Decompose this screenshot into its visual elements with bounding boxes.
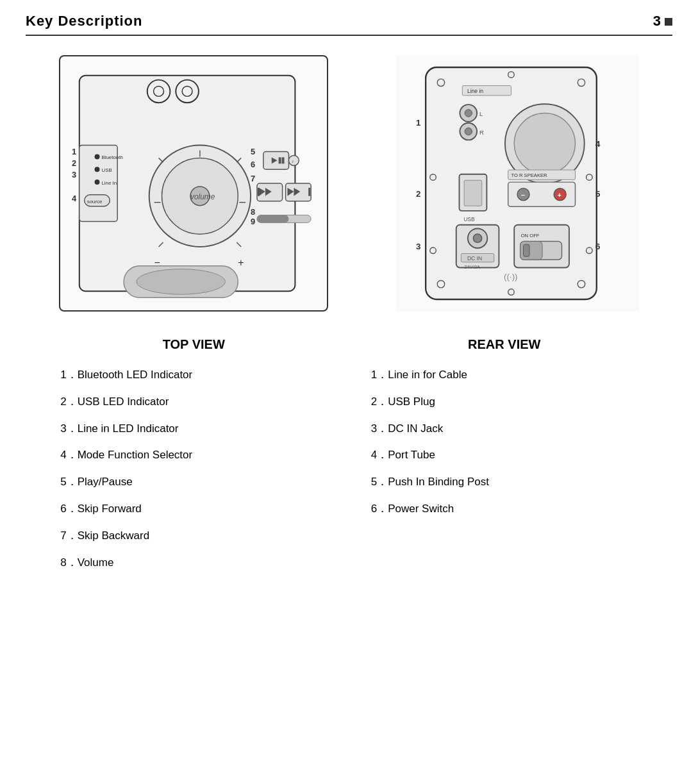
svg-rect-36	[258, 188, 260, 196]
top-view-diagram: Bluetooth USB Line In source volume − +	[59, 55, 328, 312]
svg-text:((·)): ((·))	[504, 272, 517, 281]
svg-text:7: 7	[251, 174, 255, 183]
svg-text:Line In: Line In	[102, 180, 117, 186]
svg-point-8	[95, 167, 100, 172]
svg-text:source: source	[87, 199, 103, 204]
svg-text:R: R	[479, 129, 484, 136]
diagrams-row: Bluetooth USB Line In source volume − +	[26, 55, 672, 312]
top-view-item-8: 8．Volume	[54, 555, 333, 571]
svg-text:+: +	[558, 192, 561, 199]
svg-rect-42	[257, 215, 289, 223]
top-view-labels: TOP VIEW 1．Bluetooth LED Indicator 2．USB…	[54, 337, 333, 581]
rear-view-item-5: 5．Push In Binding Post	[365, 474, 644, 490]
svg-text:−: −	[520, 192, 524, 199]
rear-view-item-6: 6．Power Switch	[365, 501, 644, 517]
svg-text:24V/2A: 24V/2A	[464, 264, 481, 270]
svg-text:ON    OFF: ON OFF	[520, 233, 539, 238]
svg-rect-30	[282, 157, 285, 163]
top-view-svg: Bluetooth USB Line In source volume − +	[60, 56, 327, 310]
rear-view-title: REAR VIEW	[365, 337, 644, 352]
svg-point-10	[95, 179, 100, 185]
rear-view-svg: Line in L R 1 4 USB 2	[395, 55, 639, 312]
page: Key Description 3 Bluetooth USB	[0, 0, 698, 784]
svg-text:1: 1	[416, 118, 421, 128]
top-view-item-3: 3．Line in LED Indicator	[54, 421, 333, 437]
top-view-item-6: 6．Skip Forward	[54, 501, 333, 517]
rear-view-item-2: 2．USB Plug	[365, 394, 644, 410]
page-number: 3	[653, 13, 672, 29]
labels-row: TOP VIEW 1．Bluetooth LED Indicator 2．USB…	[26, 337, 672, 581]
rear-view-item-4: 4．Port Tube	[365, 447, 644, 463]
svg-point-68	[465, 110, 472, 117]
svg-text:2: 2	[416, 189, 420, 199]
rear-view-diagram: Line in L R 1 4 USB 2	[395, 55, 639, 312]
svg-rect-40	[308, 188, 310, 196]
svg-text:Bluetooth: Bluetooth	[102, 154, 123, 160]
svg-text:6: 6	[251, 160, 255, 169]
svg-point-53	[137, 269, 226, 295]
page-title: Key Description	[26, 13, 143, 29]
svg-text:TO R SPEAKER: TO R SPEAKER	[511, 172, 547, 178]
svg-text:USB: USB	[102, 167, 112, 173]
svg-text:8: 8	[251, 208, 255, 217]
svg-text:DC IN: DC IN	[467, 255, 482, 262]
svg-text:5: 5	[251, 147, 255, 156]
svg-text:♪: ♪	[292, 158, 294, 164]
svg-point-70	[465, 128, 472, 135]
rear-view-item-3: 3．DC IN Jack	[365, 421, 644, 437]
svg-text:3: 3	[72, 170, 76, 179]
svg-text:Line in: Line in	[467, 88, 483, 94]
svg-text:volume: volume	[190, 192, 215, 201]
svg-point-6	[95, 154, 100, 159]
top-view-item-5: 5．Play/Pause	[54, 474, 333, 490]
top-view-item-7: 7．Skip Backward	[54, 528, 333, 544]
svg-text:1: 1	[72, 147, 76, 156]
top-view-item-2: 2．USB LED Indicator	[54, 394, 333, 410]
top-view-title: TOP VIEW	[54, 337, 333, 352]
svg-rect-100	[523, 244, 529, 256]
page-header: Key Description 3	[26, 13, 672, 36]
rear-view-labels: REAR VIEW 1．Line in for Cable 2．USB Plug…	[365, 337, 644, 528]
top-view-item-4: 4．Mode Function Selector	[54, 447, 333, 463]
svg-text:L: L	[479, 110, 483, 117]
svg-text:9: 9	[251, 217, 255, 226]
svg-text:6: 6	[595, 242, 600, 251]
svg-text:USB: USB	[463, 216, 475, 222]
svg-point-75	[514, 113, 575, 174]
svg-text:3: 3	[416, 242, 420, 251]
svg-text:+: +	[238, 257, 244, 268]
svg-text:5: 5	[595, 189, 601, 199]
svg-point-91	[473, 234, 481, 242]
svg-rect-29	[279, 157, 281, 163]
svg-text:4: 4	[72, 194, 77, 203]
svg-rect-78	[464, 180, 482, 206]
svg-text:2: 2	[72, 158, 76, 168]
rear-view-item-1: 1．Line in for Cable	[365, 367, 644, 383]
top-view-item-1: 1．Bluetooth LED Indicator	[54, 367, 333, 383]
svg-text:4: 4	[595, 139, 601, 149]
